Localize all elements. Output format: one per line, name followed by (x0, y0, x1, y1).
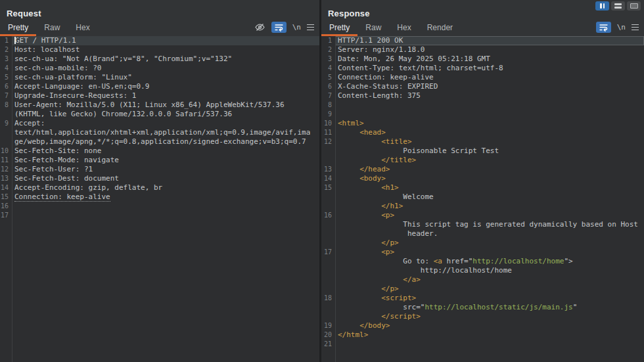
code-line[interactable]: This script tag is generated dynamically… (321, 220, 644, 229)
line-number: 15 (321, 183, 335, 192)
code-line[interactable]: (KHTML, like Gecko) Chrome/132.0.0.0 Saf… (0, 110, 319, 119)
line-number: 8 (0, 101, 12, 110)
line-number (0, 128, 12, 137)
code-line[interactable]: 14Accept-Encoding: gzip, deflate, br (0, 183, 319, 192)
code-line[interactable]: 19 </body> (321, 321, 644, 330)
line-number (321, 275, 335, 284)
line-number: 15 (0, 192, 12, 202)
tab-pretty[interactable]: Pretty (321, 22, 357, 36)
code-line[interactable]: 13 </head> (321, 165, 644, 174)
response-panel: Response PrettyRawHexRender \n 1HTTP/1.1… (321, 0, 644, 362)
line-number: 17 (0, 211, 12, 220)
line-number (321, 238, 335, 248)
tab-raw[interactable]: Raw (357, 22, 389, 36)
response-editor[interactable]: 1HTTP/1.1 200 OK2Server: nginx/1.18.03Da… (321, 36, 644, 362)
word-wrap-icon[interactable] (596, 22, 611, 33)
line-number (321, 156, 335, 165)
code-line[interactable]: src="http://localhost/static/js/main.js" (321, 303, 644, 312)
newline-label: \n (292, 23, 301, 32)
code-line[interactable]: </script> (321, 312, 644, 321)
code-line[interactable]: 5sec-ch-ua-platform: "Linux" (0, 73, 319, 82)
tab-pretty[interactable]: Pretty (0, 22, 36, 36)
line-number: 21 (321, 340, 335, 349)
code-line[interactable]: 6X-Cache-Status: EXPIRED (321, 82, 644, 91)
code-line[interactable]: 2Server: nginx/1.18.0 (321, 45, 644, 55)
line-number (321, 192, 335, 202)
code-line[interactable]: 10<html> (321, 119, 644, 128)
code-line[interactable]: </p> (321, 284, 644, 294)
code-line[interactable]: 7Upgrade-Insecure-Requests: 1 (0, 91, 319, 101)
code-line[interactable]: 5Connection: keep-alive (321, 73, 644, 82)
code-line[interactable]: 4Content-Type: text/html; charset=utf-8 (321, 64, 644, 73)
code-line[interactable]: 7Content-Length: 375 (321, 91, 644, 101)
pause-layout-button[interactable] (595, 1, 609, 11)
code-line[interactable]: 17 (0, 211, 319, 220)
line-number: 9 (0, 119, 12, 128)
code-line[interactable]: 4sec-ch-ua-mobile: ?0 (0, 64, 319, 73)
line-number: 6 (0, 82, 12, 91)
line-number: 11 (0, 156, 12, 165)
tab-hex[interactable]: Hex (68, 22, 97, 36)
newline-toggle[interactable]: \n (617, 22, 626, 33)
response-code: 1HTTP/1.1 200 OK2Server: nginx/1.18.03Da… (321, 36, 644, 349)
request-editor[interactable]: 1GET / HTTP/1.12Host: localhost3sec-ch-u… (0, 36, 319, 362)
line-number: 12 (321, 137, 335, 147)
code-line[interactable]: 20</html> (321, 330, 644, 340)
line-number: 9 (321, 110, 335, 119)
code-line[interactable]: 10Sec-Fetch-Site: none (0, 147, 319, 156)
code-line[interactable]: 12 <title> (321, 137, 644, 147)
code-line[interactable]: 3Date: Mon, 26 May 2025 05:21:18 GMT (321, 55, 644, 64)
code-line[interactable]: </title> (321, 156, 644, 165)
code-line[interactable]: 12Sec-Fetch-User: ?1 (0, 165, 319, 174)
menu-icon[interactable] (632, 22, 639, 33)
code-line[interactable]: Welcome (321, 192, 644, 202)
response-header: Response PrettyRawHexRender \n (321, 0, 644, 36)
line-number: 16 (321, 211, 335, 220)
code-line[interactable]: 9Accept: (0, 119, 319, 128)
code-line[interactable]: 1GET / HTTP/1.1 (0, 36, 319, 45)
newline-toggle[interactable]: \n (292, 22, 301, 33)
response-tabs: PrettyRawHexRender (321, 22, 461, 36)
gutter-divider (335, 36, 336, 362)
line-number: 3 (321, 55, 335, 64)
code-line[interactable]: 15 <h1> (321, 183, 644, 192)
code-line[interactable]: http://localhost/home (321, 266, 644, 275)
code-line[interactable]: 13Sec-Fetch-Dest: document (0, 174, 319, 183)
code-line[interactable]: 6Accept-Language: en-US,en;q=0.9 (0, 82, 319, 91)
code-line[interactable]: header. (321, 229, 644, 238)
menu-icon[interactable] (307, 22, 314, 33)
line-number: 1 (0, 36, 12, 45)
code-line[interactable]: </a> (321, 275, 644, 284)
code-line[interactable]: 21 (321, 340, 644, 349)
code-line[interactable]: 14 <body> (321, 174, 644, 183)
code-line[interactable]: Go to: <a href="http://localhost/home"> (321, 257, 644, 266)
line-number: 5 (321, 73, 335, 82)
columns-layout-button[interactable] (627, 1, 641, 11)
code-line[interactable]: 8 (321, 101, 644, 110)
code-line[interactable]: 8User-Agent: Mozilla/5.0 (X11; Linux x86… (0, 101, 319, 110)
code-line[interactable]: 17 <p> (321, 248, 644, 257)
code-line[interactable]: Poisonable Script Test (321, 147, 644, 156)
code-line[interactable]: 2Host: localhost (0, 45, 319, 55)
code-line[interactable]: 11Sec-Fetch-Mode: navigate (0, 156, 319, 165)
code-line[interactable]: </p> (321, 238, 644, 248)
code-line[interactable]: 11 <head> (321, 128, 644, 137)
code-line[interactable]: text/html,application/xhtml+xml,applicat… (0, 128, 319, 137)
tab-render[interactable]: Render (419, 22, 461, 36)
code-line[interactable]: 3sec-ch-ua: "Not A(Brand";v="8", "Chromi… (0, 55, 319, 64)
code-line[interactable]: ge/webp,image/apng,*/*;q=0.8,application… (0, 137, 319, 147)
code-line[interactable]: 18 <script> (321, 294, 644, 303)
code-line[interactable]: 16 (0, 202, 319, 211)
tab-hex[interactable]: Hex (389, 22, 419, 36)
stacked-layout-button[interactable] (611, 1, 625, 11)
code-line[interactable]: 1HTTP/1.1 200 OK (321, 36, 644, 45)
line-number: 10 (0, 147, 12, 156)
code-line[interactable]: 15Connection: keep-alive (0, 192, 319, 202)
code-line[interactable]: </h1> (321, 202, 644, 211)
tab-raw[interactable]: Raw (36, 22, 68, 36)
hide-icon[interactable] (254, 22, 265, 33)
code-line[interactable]: 16 <p> (321, 211, 644, 220)
line-number: 18 (321, 294, 335, 303)
code-line[interactable]: 9 (321, 110, 644, 119)
word-wrap-icon[interactable] (271, 22, 287, 33)
